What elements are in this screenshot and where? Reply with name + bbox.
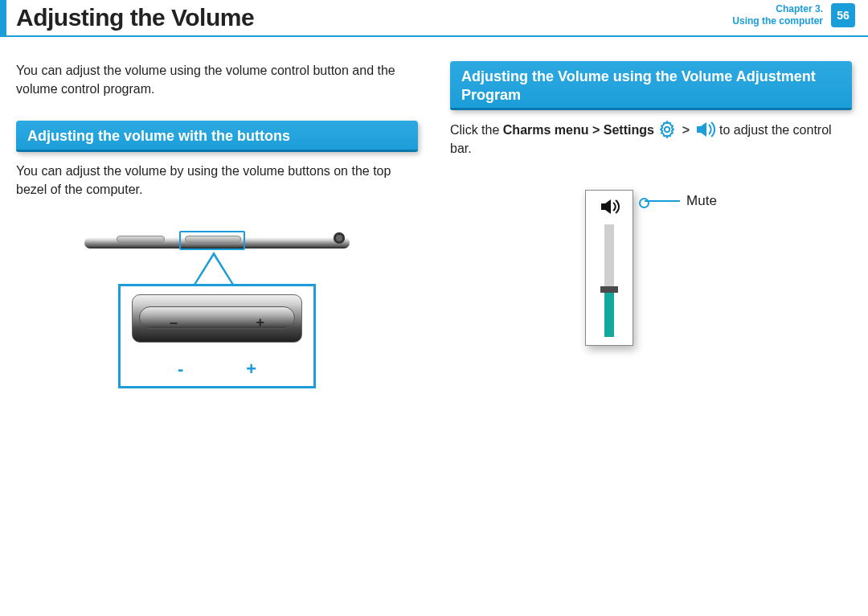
program-body-text: Click the Charms menu > Settings >: [450, 120, 852, 158]
mute-callout: Mute: [645, 193, 717, 209]
chapter-name: Using the computer: [732, 15, 823, 27]
right-column: Adjusting the Volume using the Volume Ad…: [450, 61, 852, 388]
svg-marker-2: [701, 122, 706, 137]
header-right: Chapter 3. Using the computer 56: [732, 0, 855, 27]
volume-slider[interactable]: [604, 224, 614, 337]
charms-path: Charms menu > Settings: [503, 123, 654, 137]
program-text-pre: Click the: [450, 123, 503, 137]
chapter-info: Chapter 3. Using the computer: [732, 3, 823, 27]
volume-panel-figure: Mute: [450, 190, 852, 346]
volume-panel: [585, 190, 633, 346]
volume-button-highlight: [179, 231, 245, 250]
svg-rect-3: [601, 203, 605, 210]
volume-rocker-illustration: – +: [132, 294, 302, 343]
left-column: You can adjust the volume using the volu…: [16, 61, 418, 388]
zoom-labels: - +: [132, 359, 302, 381]
mute-toggle-icon[interactable]: [597, 195, 621, 218]
page-title: Adjusting the Volume: [16, 4, 254, 31]
page-number-badge: 56: [831, 3, 855, 27]
path-separator: >: [682, 123, 690, 137]
page-header: Adjusting the Volume Chapter 3. Using th…: [0, 0, 868, 37]
header-accent-bar: [0, 0, 6, 35]
svg-marker-4: [605, 199, 611, 214]
svg-rect-1: [697, 126, 701, 133]
leader-line-icon: [645, 200, 680, 202]
rocker-plus-icon: +: [256, 314, 264, 331]
callout-arrow-icon: [193, 252, 235, 285]
device-edge-illustration: [84, 231, 350, 253]
volume-slider-thumb[interactable]: [600, 286, 618, 293]
buttons-body-text: You can adjust the volume by using the v…: [16, 162, 418, 199]
section-heading-program: Adjusting the Volume using the Volume Ad…: [450, 61, 852, 110]
zoom-plus-label: +: [246, 359, 256, 380]
rocker-minus-icon: –: [170, 314, 178, 331]
chapter-number: Chapter 3.: [732, 3, 823, 15]
svg-point-0: [665, 127, 669, 132]
settings-gear-icon: [657, 120, 677, 139]
mute-label: Mute: [686, 193, 717, 209]
intro-text: You can adjust the volume using the volu…: [16, 61, 418, 98]
zoom-minus-label: -: [178, 359, 183, 380]
header-left: Adjusting the Volume: [0, 0, 254, 35]
volume-slider-fill: [604, 286, 614, 337]
section-heading-buttons: Adjusting the volume with the buttons: [16, 121, 418, 152]
device-figure: – + - +: [16, 231, 418, 388]
zoom-callout: – + - +: [118, 284, 316, 388]
volume-icon: [695, 120, 716, 139]
content-columns: You can adjust the volume using the volu…: [0, 37, 868, 388]
